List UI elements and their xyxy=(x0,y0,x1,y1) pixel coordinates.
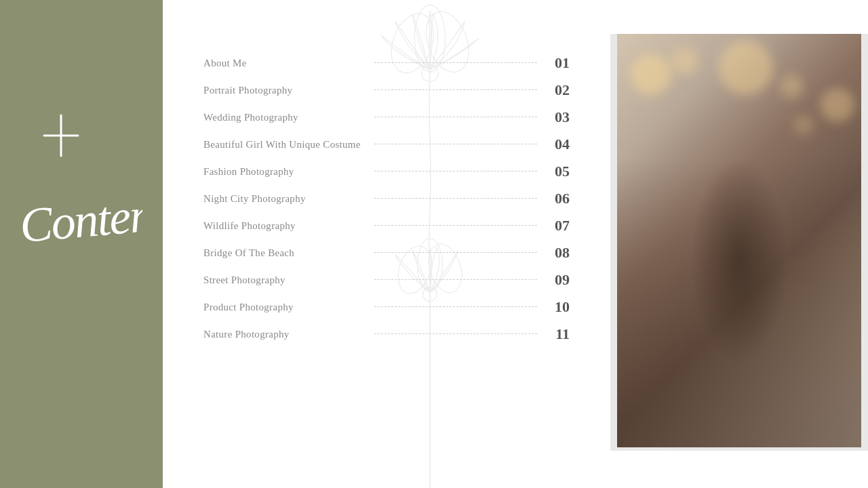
toc-dots xyxy=(374,144,537,144)
svg-text:Content: Content xyxy=(20,186,142,253)
toc-item-label: Portrait Photography xyxy=(203,85,366,96)
toc-item-label: Wildlife Photography xyxy=(203,220,366,232)
toc-item: Bridge Of The Beach08 xyxy=(203,244,570,262)
toc-item-label: Nature Photography xyxy=(203,329,366,340)
toc-dots xyxy=(374,117,537,117)
toc-item-number: 01 xyxy=(545,54,570,72)
white-accent-bottom xyxy=(610,451,868,488)
toc-dots xyxy=(374,306,537,307)
toc-item-number: 06 xyxy=(545,190,570,207)
toc-item: Nature Photography11 xyxy=(203,325,570,343)
toc-item-label: Bridge Of The Beach xyxy=(203,247,366,259)
toc-item: About Me01 xyxy=(203,54,570,72)
toc-item: Fashion Photography05 xyxy=(203,163,570,180)
toc-item-number: 02 xyxy=(545,81,570,99)
toc-item-number: 05 xyxy=(545,163,570,180)
photo-panel xyxy=(610,0,868,488)
toc-item-number: 07 xyxy=(545,217,570,235)
toc-item: Night City Photography06 xyxy=(203,190,570,207)
toc-item-number: 09 xyxy=(545,271,570,289)
toc-item: Beautiful Girl With Unique Costume04 xyxy=(203,136,570,153)
toc-dots xyxy=(374,62,537,63)
toc-item-label: Street Photography xyxy=(203,274,366,286)
white-accent-top xyxy=(610,0,868,34)
toc-dots xyxy=(374,225,537,226)
toc-item-label: Beautiful Girl With Unique Costume xyxy=(203,139,366,150)
toc-item-number: 03 xyxy=(545,108,570,126)
toc-item-label: Wedding Photography xyxy=(203,112,366,123)
toc-dots xyxy=(374,333,537,334)
toc-dots xyxy=(374,171,537,171)
toc-item-label: Fashion Photography xyxy=(203,166,366,178)
toc-dots xyxy=(374,198,537,199)
toc-dots xyxy=(374,279,537,280)
photographer-photo xyxy=(617,34,861,447)
toc-item: Portrait Photography02 xyxy=(203,81,570,99)
table-of-contents: About Me01Portrait Photography02Wedding … xyxy=(203,54,570,352)
toc-item-number: 04 xyxy=(545,136,570,153)
toc-dots xyxy=(374,252,537,253)
toc-item: Wildlife Photography07 xyxy=(203,217,570,235)
toc-item-label: About Me xyxy=(203,58,366,69)
toc-item-label: Night City Photography xyxy=(203,193,366,205)
toc-item: Street Photography09 xyxy=(203,271,570,289)
toc-item-label: Product Photography xyxy=(203,302,366,313)
toc-item-number: 10 xyxy=(545,298,570,316)
sidebar-title: Content xyxy=(20,102,142,386)
toc-item-number: 11 xyxy=(545,325,570,343)
toc-item-number: 08 xyxy=(545,244,570,262)
toc-item: Wedding Photography03 xyxy=(203,108,570,126)
toc-item: Product Photography10 xyxy=(203,298,570,316)
sidebar: Content xyxy=(0,0,163,488)
main-content: About Me01Portrait Photography02Wedding … xyxy=(163,0,610,488)
toc-dots xyxy=(374,89,537,90)
